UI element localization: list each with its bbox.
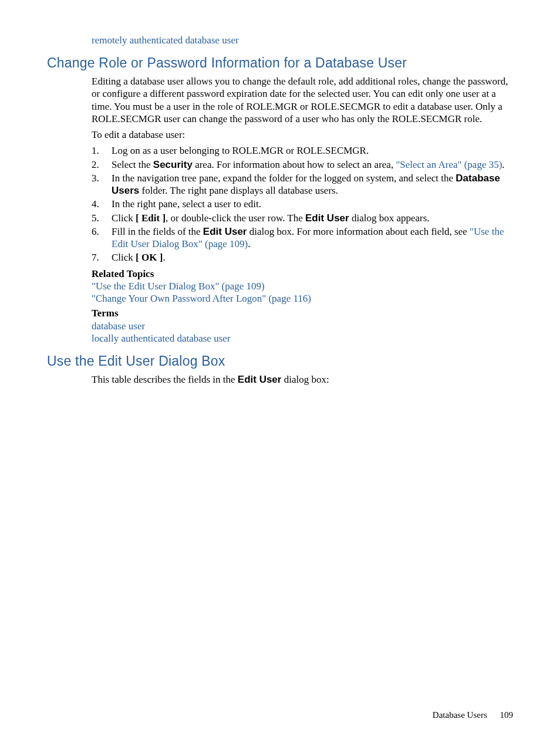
link-term-locally-authenticated[interactable]: locally authenticated database user <box>92 333 230 344</box>
step-text: Click [ Edit ], or double-click the user… <box>112 212 513 224</box>
step-text: Fill in the fields of the Edit User dial… <box>112 225 513 251</box>
step-4: 4. In the right pane, select a user to e… <box>92 198 513 210</box>
step-number: 1. <box>92 144 112 157</box>
link-change-own-password[interactable]: "Change Your Own Password After Logon" (… <box>92 293 311 304</box>
step-number: 5. <box>92 212 112 224</box>
bold-edit-user: Edit User <box>238 374 282 385</box>
step-text: Log on as a user belonging to ROLE.MGR o… <box>112 144 513 157</box>
bold-security: Security <box>153 159 193 170</box>
footer-page-number: 109 <box>500 710 514 720</box>
terms-heading: Terms <box>92 307 513 319</box>
link-remotely-authenticated[interactable]: remotely authenticated database user <box>92 35 239 46</box>
step-text: In the navigation tree pane, expand the … <box>112 172 513 197</box>
paragraph-intro: Editing a database user allows you to ch… <box>92 75 513 125</box>
page-content: remotely authenticated database user Cha… <box>0 0 560 386</box>
related-topics-heading: Related Topics <box>92 268 513 280</box>
bold-edit-user: Edit User <box>305 212 349 224</box>
bold-edit-button: [ Edit ] <box>136 212 166 224</box>
step-number: 2. <box>92 158 112 171</box>
step-text: Click [ OK ]. <box>112 251 513 264</box>
step-2: 2. Select the Security area. For informa… <box>92 158 513 171</box>
paragraph-table-intro: This table describes the fields in the E… <box>92 373 513 386</box>
heading-use-edit-user-dialog: Use the Edit User Dialog Box <box>47 353 513 370</box>
heading-change-role: Change Role or Password Information for … <box>47 55 513 72</box>
step-number: 3. <box>92 172 112 197</box>
bold-ok-button: [ OK ] <box>136 252 163 263</box>
link-term-database-user[interactable]: database user <box>92 320 145 332</box>
bold-edit-user: Edit User <box>203 226 247 237</box>
step-text: In the right pane, select a user to edit… <box>112 198 513 210</box>
page-footer: Database Users 109 <box>433 710 513 720</box>
link-use-edit-user-dialog-2[interactable]: "Use the Edit User Dialog Box" (page 109… <box>92 281 265 292</box>
link-select-an-area[interactable]: "Select an Area" (page 35) <box>396 159 502 170</box>
step-1: 1. Log on as a user belonging to ROLE.MG… <box>92 144 513 157</box>
step-text: Select the Security area. For informatio… <box>112 158 513 171</box>
step-3: 3. In the navigation tree pane, expand t… <box>92 172 513 197</box>
step-6: 6. Fill in the fields of the Edit User d… <box>92 225 513 251</box>
step-5: 5. Click [ Edit ], or double-click the u… <box>92 212 513 224</box>
step-number: 6. <box>92 225 112 251</box>
paragraph-lead: To edit a database user: <box>92 129 513 141</box>
step-number: 4. <box>92 198 112 210</box>
step-number: 7. <box>92 251 112 264</box>
footer-section-name: Database Users <box>433 710 487 720</box>
step-7: 7. Click [ OK ]. <box>92 251 513 264</box>
steps-list: 1. Log on as a user belonging to ROLE.MG… <box>92 144 513 264</box>
